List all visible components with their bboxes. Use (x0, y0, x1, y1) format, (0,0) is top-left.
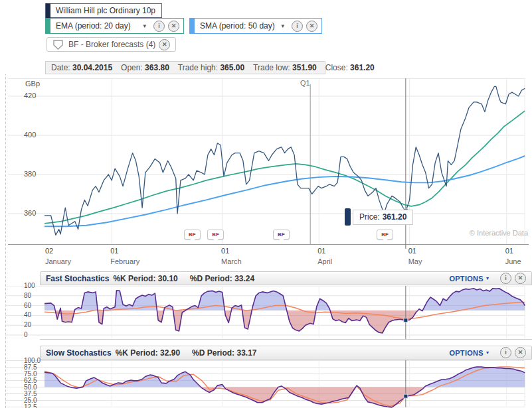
y-axis-tick-label: 420 (24, 92, 46, 100)
close-icon[interactable]: ✕ (306, 21, 317, 32)
x-axis-day-label: 02 (45, 247, 53, 255)
broker-forecast-flag[interactable]: BF (207, 230, 224, 239)
ticker-label: William Hill plc Ordinary 10p (56, 6, 155, 15)
x-axis-month-label: January (45, 257, 71, 265)
info-icon[interactable]: i (500, 347, 511, 358)
y-axis-tick-label: 360 (24, 209, 46, 217)
fast-stochastics-title: Fast Stochastics (46, 274, 109, 283)
stoch-y-tick-label: 60 (24, 302, 46, 309)
provider-watermark: © Interactive Data (465, 229, 528, 237)
chart-application: William Hill plc Ordinary 10p EMA (perio… (0, 0, 532, 408)
broker-forecast-flag[interactable]: BF (273, 230, 290, 239)
fast-stochastics-canvas[interactable] (0, 286, 532, 340)
quote-item: Trade low: 351.90 (253, 63, 317, 72)
x-axis-month-label: March (221, 257, 242, 265)
x-axis-day-label: 01 (221, 247, 229, 255)
x-axis-month-label: June (505, 257, 521, 265)
x-axis-day-label: 01 (408, 247, 416, 255)
stoch-y-tick-label: 20 (24, 321, 46, 328)
quote-summary-bar: Date: 30.04.2015Open: 363.80Trade high: … (45, 61, 325, 74)
stoch-y-tick-label: 0 (24, 331, 46, 338)
quote-item: Open: 363.80 (121, 63, 169, 72)
close-icon[interactable]: ✕ (515, 273, 526, 284)
quote-item: Trade high: 365.00 (178, 63, 244, 72)
x-axis-day-label: 01 (317, 247, 325, 255)
slow-stochastics-header: Slow Stochastics %K Period: 32.90 %D Per… (40, 346, 532, 360)
broker-forecast-flag[interactable]: BF (377, 230, 393, 239)
ema-label: EMA (period: 20 day) (56, 21, 139, 31)
close-icon[interactable]: ✕ (515, 347, 526, 358)
broker-forecasts-chip[interactable]: BF - Broker forecasts (4) ✕ (46, 37, 176, 52)
chevron-down-icon[interactable]: ▾ (486, 350, 489, 356)
flag-pin-icon (52, 39, 64, 50)
ema-indicator-chip[interactable]: EMA (period: 20 day) ▾ i ✕ (45, 18, 184, 34)
chevron-down-icon[interactable]: ▾ (143, 23, 146, 29)
quote-item: Date: 30.04.2015 (51, 63, 112, 72)
price-tooltip-label: Price: (359, 212, 380, 222)
fast-stochastics-header: Fast Stochastics %K Period: 30.10 %D Per… (40, 271, 532, 285)
chevron-down-icon[interactable]: ▾ (486, 275, 489, 281)
y-axis-tick-label: 400 (24, 131, 46, 139)
broker-forecasts-label: BF - Broker forecasts (4) (68, 40, 155, 49)
stoch-y-tick-label: 100 (24, 282, 46, 289)
options-menu-button[interactable]: OPTIONS (449, 349, 484, 357)
info-icon[interactable]: i (292, 21, 303, 32)
info-icon[interactable]: i (153, 21, 165, 32)
sma-label: SMA (period: 50 day) (200, 21, 277, 31)
x-axis-month-label: May (408, 257, 422, 265)
price-chart-canvas[interactable] (0, 78, 532, 249)
y-axis-tick-label: 380 (24, 170, 46, 178)
price-tooltip-value: 361.20 (383, 212, 407, 222)
slow-stochastics-title: Slow Stochastics (46, 348, 112, 358)
x-axis-day-label: 01 (505, 247, 513, 255)
x-axis-month-label: April (317, 257, 332, 265)
price-tooltip-handle (345, 208, 351, 226)
options-menu-button[interactable]: OPTIONS (449, 275, 484, 283)
slow-stochastics-canvas[interactable] (0, 360, 532, 408)
x-axis-day-label: 01 (110, 247, 118, 255)
stoch-y-tick-label: 40 (24, 311, 46, 318)
price-tooltip: Price: 361.20 (345, 208, 413, 226)
ema-color-swatch (46, 18, 50, 34)
quote-item: Close: 361.20 (325, 63, 375, 72)
close-icon[interactable]: ✕ (168, 21, 179, 32)
ticker-color-swatch (46, 3, 50, 18)
broker-forecast-flag[interactable]: BF (184, 230, 201, 239)
info-icon[interactable]: i (500, 273, 511, 284)
sma-color-swatch (190, 18, 195, 34)
stoch-y-tick-label: 80 (24, 292, 46, 299)
stoch-y-tick-label: 12.5 (24, 403, 46, 408)
ticker-chip[interactable]: William Hill plc Ordinary 10p (45, 3, 162, 18)
close-icon[interactable]: ✕ (159, 39, 170, 50)
x-axis-month-label: February (110, 257, 139, 265)
sma-indicator-chip[interactable]: SMA (period: 50 day) ▾ i ✕ (189, 18, 322, 34)
chevron-down-icon[interactable]: ▾ (281, 23, 284, 29)
quarter-label: Q1 (300, 79, 310, 87)
